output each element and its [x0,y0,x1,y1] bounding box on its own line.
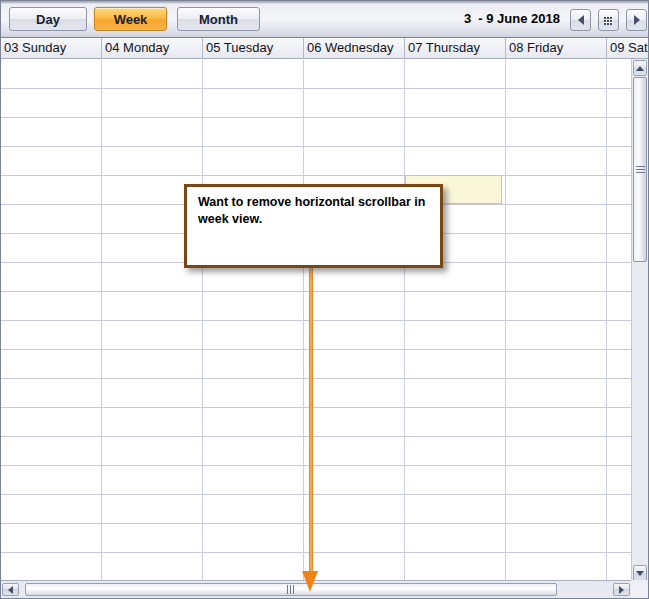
day-view-button[interactable]: Day [9,7,87,31]
vertical-scrollbar-thumb[interactable] [633,77,647,262]
annotation-callout: Want to remove horizontal scrollbar in w… [184,184,443,268]
week-view-button[interactable]: Week [94,7,167,31]
month-view-button[interactable]: Month [177,7,260,31]
previous-week-button[interactable] [570,9,591,31]
day-header-saturday: 09 Saturday [607,38,648,58]
right-arrow-icon [619,586,624,594]
scrollbar-grip-icon [636,166,645,174]
scroll-down-button[interactable] [633,565,647,581]
scroll-up-button[interactable] [633,60,647,76]
scrollbar-corner [631,580,648,598]
left-arrow-icon [8,586,13,594]
calendar-grid-icon [604,16,613,25]
calendar-picker-button[interactable] [598,9,619,31]
annotation-arrow-line [309,267,313,573]
scroll-left-button[interactable] [2,583,19,596]
day-header-monday: 04 Monday [102,38,203,58]
up-arrow-icon [636,66,644,71]
right-arrow-icon [634,15,640,25]
scroll-right-button[interactable] [613,583,630,596]
annotation-text: Want to remove horizontal scrollbar in w… [198,195,425,226]
day-header-thursday: 07 Thursday [405,38,506,58]
vertical-scrollbar[interactable] [631,59,648,582]
next-week-button[interactable] [626,9,647,31]
day-header-tuesday: 05 Tuesday [203,38,304,58]
day-header-sunday: 03 Sunday [1,38,102,58]
day-header-friday: 08 Friday [506,38,607,58]
day-header-row: 03 Sunday 04 Monday 05 Tuesday 06 Wednes… [1,37,648,59]
down-arrow-icon [636,571,644,576]
toolbar: Day Week Month 3 - 9 June 2018 [1,1,648,37]
date-range-label: 3 - 9 June 2018 [464,11,560,26]
calendar-grid[interactable] [1,60,633,582]
annotation-arrow-head [302,571,318,592]
day-header-wednesday: 06 Wednesday [304,38,405,58]
left-arrow-icon [578,15,584,25]
calendar-window: Day Week Month 3 - 9 June 2018 03 Sunday… [0,0,649,599]
scrollbar-grip-icon [287,585,295,594]
horizontal-scrollbar-thumb[interactable] [25,583,557,596]
